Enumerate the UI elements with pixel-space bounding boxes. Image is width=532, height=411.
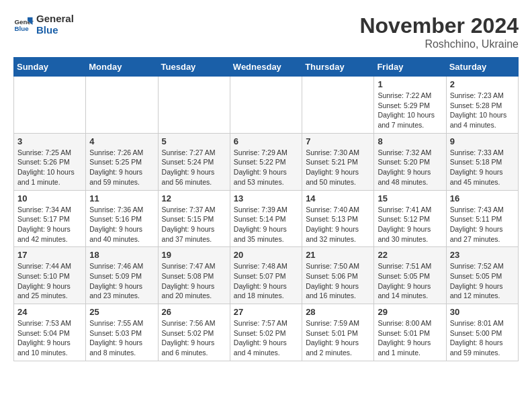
weekday-header-wednesday: Wednesday [230,58,302,77]
location-subtitle: Roshchino, Ukraine [359,38,519,50]
day-number: 20 [234,250,298,260]
calendar-cell: 16Sunrise: 7:43 AMSunset: 5:11 PMDayligh… [446,190,518,247]
calendar-cell: 9Sunrise: 7:33 AMSunset: 5:18 PMDaylight… [446,133,518,190]
calendar-cell: 29Sunrise: 8:00 AMSunset: 5:01 PMDayligh… [374,304,446,361]
calendar-cell: 14Sunrise: 7:40 AMSunset: 5:13 PMDayligh… [302,190,374,247]
day-info: Sunrise: 7:53 AMSunset: 5:04 PMDaylight:… [17,318,82,358]
logo-line2: Blue [36,25,74,36]
day-info: Sunrise: 7:43 AMSunset: 5:11 PMDaylight:… [450,205,515,244]
calendar-cell [14,77,86,134]
day-number: 8 [378,136,442,146]
day-number: 6 [234,136,298,146]
day-number: 2 [450,79,515,89]
calendar-body: 1Sunrise: 7:22 AMSunset: 5:29 PMDaylight… [14,77,519,361]
calendar-cell [86,77,158,134]
weekday-header-friday: Friday [374,58,446,77]
day-number: 13 [234,193,298,203]
calendar-header: SundayMondayTuesdayWednesdayThursdayFrid… [14,58,519,77]
day-info: Sunrise: 7:39 AMSunset: 5:14 PMDaylight:… [234,205,298,244]
day-info: Sunrise: 7:34 AMSunset: 5:17 PMDaylight:… [17,205,82,244]
day-number: 5 [162,136,226,146]
day-number: 24 [17,307,82,317]
day-info: Sunrise: 7:59 AMSunset: 5:01 PMDaylight:… [306,318,370,358]
day-number: 11 [89,193,154,203]
calendar-week-row: 10Sunrise: 7:34 AMSunset: 5:17 PMDayligh… [14,190,519,247]
calendar-cell: 2Sunrise: 7:23 AMSunset: 5:28 PMDaylight… [446,77,518,134]
day-number: 30 [450,307,515,317]
calendar-cell: 19Sunrise: 7:47 AMSunset: 5:08 PMDayligh… [158,247,230,304]
day-info: Sunrise: 7:48 AMSunset: 5:07 PMDaylight:… [234,261,298,301]
day-info: Sunrise: 7:33 AMSunset: 5:18 PMDaylight:… [450,148,515,187]
day-info: Sunrise: 7:32 AMSunset: 5:20 PMDaylight:… [378,148,442,187]
calendar-week-row: 17Sunrise: 7:44 AMSunset: 5:10 PMDayligh… [14,247,519,304]
day-info: Sunrise: 7:41 AMSunset: 5:12 PMDaylight:… [378,205,442,244]
month-year-title: November 2024 [359,13,519,38]
calendar-cell: 30Sunrise: 8:01 AMSunset: 5:00 PMDayligh… [446,304,518,361]
day-info: Sunrise: 8:01 AMSunset: 5:00 PMDaylight:… [450,318,515,358]
day-number: 25 [89,307,154,317]
calendar-cell: 7Sunrise: 7:30 AMSunset: 5:21 PMDaylight… [302,133,374,190]
day-info: Sunrise: 7:37 AMSunset: 5:15 PMDaylight:… [162,205,226,244]
calendar-cell: 26Sunrise: 7:56 AMSunset: 5:02 PMDayligh… [158,304,230,361]
calendar-table: SundayMondayTuesdayWednesdayThursdayFrid… [13,57,519,361]
weekday-header-tuesday: Tuesday [158,58,230,77]
weekday-header-saturday: Saturday [446,58,518,77]
day-info: Sunrise: 7:52 AMSunset: 5:05 PMDaylight:… [450,261,515,301]
calendar-cell: 23Sunrise: 7:52 AMSunset: 5:05 PMDayligh… [446,247,518,304]
calendar-week-row: 3Sunrise: 7:25 AMSunset: 5:26 PMDaylight… [14,133,519,190]
day-info: Sunrise: 7:47 AMSunset: 5:08 PMDaylight:… [162,261,226,301]
day-number: 16 [450,193,515,203]
day-number: 22 [378,250,442,260]
day-number: 23 [450,250,515,260]
calendar-cell: 8Sunrise: 7:32 AMSunset: 5:20 PMDaylight… [374,133,446,190]
day-number: 18 [89,250,154,260]
day-info: Sunrise: 7:23 AMSunset: 5:28 PMDaylight:… [450,91,515,130]
logo-icon: General Blue [13,15,34,35]
day-info: Sunrise: 7:26 AMSunset: 5:25 PMDaylight:… [89,148,154,187]
day-number: 17 [17,250,82,260]
day-number: 10 [17,193,82,203]
calendar-cell [158,77,230,134]
weekday-header-sunday: Sunday [14,58,86,77]
calendar-cell: 21Sunrise: 7:50 AMSunset: 5:06 PMDayligh… [302,247,374,304]
day-number: 27 [234,307,298,317]
calendar-cell: 17Sunrise: 7:44 AMSunset: 5:10 PMDayligh… [14,247,86,304]
calendar-week-row: 1Sunrise: 7:22 AMSunset: 5:29 PMDaylight… [14,77,519,134]
calendar-cell: 5Sunrise: 7:27 AMSunset: 5:24 PMDaylight… [158,133,230,190]
calendar-cell: 28Sunrise: 7:59 AMSunset: 5:01 PMDayligh… [302,304,374,361]
calendar-cell: 22Sunrise: 7:51 AMSunset: 5:05 PMDayligh… [374,247,446,304]
calendar-cell: 3Sunrise: 7:25 AMSunset: 5:26 PMDaylight… [14,133,86,190]
svg-text:Blue: Blue [15,25,30,32]
calendar-cell: 6Sunrise: 7:29 AMSunset: 5:22 PMDaylight… [230,133,302,190]
day-number: 15 [378,193,442,203]
day-info: Sunrise: 7:40 AMSunset: 5:13 PMDaylight:… [306,205,370,244]
day-number: 4 [89,136,154,146]
day-info: Sunrise: 7:36 AMSunset: 5:16 PMDaylight:… [89,205,154,244]
logo-line1: General [36,13,74,25]
calendar-cell: 15Sunrise: 7:41 AMSunset: 5:12 PMDayligh… [374,190,446,247]
day-info: Sunrise: 7:29 AMSunset: 5:22 PMDaylight:… [234,148,298,187]
day-number: 12 [162,193,226,203]
calendar-cell: 12Sunrise: 7:37 AMSunset: 5:15 PMDayligh… [158,190,230,247]
day-number: 3 [17,136,82,146]
day-info: Sunrise: 7:56 AMSunset: 5:02 PMDaylight:… [162,318,226,358]
day-number: 21 [306,250,370,260]
day-number: 9 [450,136,515,146]
logo: General Blue General Blue [13,13,74,36]
calendar-cell: 18Sunrise: 7:46 AMSunset: 5:09 PMDayligh… [86,247,158,304]
calendar-cell: 24Sunrise: 7:53 AMSunset: 5:04 PMDayligh… [14,304,86,361]
calendar-cell: 27Sunrise: 7:57 AMSunset: 5:02 PMDayligh… [230,304,302,361]
calendar-cell: 1Sunrise: 7:22 AMSunset: 5:29 PMDaylight… [374,77,446,134]
day-info: Sunrise: 7:46 AMSunset: 5:09 PMDaylight:… [89,261,154,301]
calendar-cell: 4Sunrise: 7:26 AMSunset: 5:25 PMDaylight… [86,133,158,190]
weekday-header-row: SundayMondayTuesdayWednesdayThursdayFrid… [14,58,519,77]
day-number: 1 [378,79,442,89]
title-block: November 2024 Roshchino, Ukraine [359,13,519,50]
calendar-cell: 20Sunrise: 7:48 AMSunset: 5:07 PMDayligh… [230,247,302,304]
calendar-cell: 25Sunrise: 7:55 AMSunset: 5:03 PMDayligh… [86,304,158,361]
calendar-week-row: 24Sunrise: 7:53 AMSunset: 5:04 PMDayligh… [14,304,519,361]
calendar-cell: 11Sunrise: 7:36 AMSunset: 5:16 PMDayligh… [86,190,158,247]
day-number: 19 [162,250,226,260]
day-info: Sunrise: 7:51 AMSunset: 5:05 PMDaylight:… [378,261,442,301]
day-number: 14 [306,193,370,203]
